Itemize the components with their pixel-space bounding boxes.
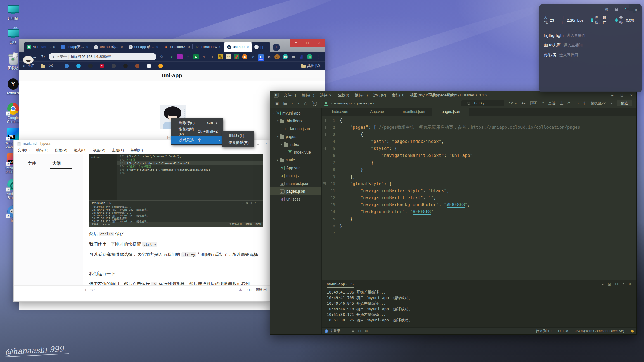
maximize-button[interactable]: □	[302, 39, 313, 47]
select-all-button[interactable]: 全选	[548, 101, 555, 106]
tree-item-index[interactable]: ▾index	[270, 140, 321, 148]
encoding[interactable]: UTF-8	[558, 329, 568, 333]
sidebar-collapse-icon[interactable]: ‹	[85, 288, 86, 292]
console-action-icon[interactable]: ▣	[608, 282, 611, 286]
green-c-extension-icon[interactable]: C	[193, 54, 199, 59]
trident-extension-icon[interactable]: Ψ	[202, 54, 207, 59]
green-box-extension-icon[interactable]: ▞	[234, 54, 239, 59]
typora-menu-item[interactable]: 编辑(E)	[36, 148, 48, 153]
source-code-mode-icon[interactable]: </>	[90, 288, 95, 291]
black-cat-favicon[interactable]	[123, 64, 128, 68]
console-action-icon[interactable]: ⊡	[615, 282, 618, 286]
context-submenu-item[interactable]: 恢复撤销(R)	[222, 139, 254, 146]
document-paragraph[interactable]: 然后 ctrl+s 保存	[89, 231, 265, 237]
cursor-position[interactable]: 行:8 列:10	[536, 329, 551, 334]
fold-marker[interactable]: −	[322, 145, 326, 152]
laptop-extension-icon[interactable]: ▭	[291, 54, 296, 59]
tab-close-icon[interactable]: ×	[219, 45, 222, 49]
context-submenu-item[interactable]: 删除行(L)	[222, 132, 254, 139]
typora-menu-item[interactable]: 段落(P)	[55, 148, 67, 153]
run-icon[interactable]: ▶	[312, 101, 317, 106]
hbuilderx-menu-item[interactable]: 编辑(E)	[299, 93, 317, 98]
cat-box-extension-icon[interactable]: ▚	[218, 54, 223, 59]
hbuilderx-menu-item[interactable]: 跳转(G)	[352, 93, 371, 98]
fold-marker[interactable]: −	[322, 131, 326, 138]
login-status[interactable]: 未登录	[330, 329, 340, 334]
sidebar-tab-files[interactable]: 文件	[28, 161, 36, 166]
browser-tab[interactable]: DHBuilderX×	[193, 42, 224, 52]
fold-marker[interactable]	[322, 159, 326, 166]
other-bookmarks-folder-icon[interactable]	[301, 65, 306, 68]
regex-toggle[interactable]: .*	[541, 101, 544, 105]
unlock-icon[interactable]	[615, 9, 618, 11]
typora-document[interactable]: uni.scss 171{"key":"ctrl+z","command":"u…	[83, 154, 271, 294]
paw-favicon[interactable]	[65, 64, 69, 68]
breadcrumb-project[interactable]: myuni-app	[334, 101, 352, 105]
find-next-button[interactable]: 下一个	[575, 101, 586, 106]
fold-marker[interactable]	[322, 216, 326, 223]
document-paragraph[interactable]: 可以看到弹窗供你选择，这个地方是因为我们的 ctrl+y 与删除行重复了，所以需…	[89, 251, 265, 258]
editor-tab-index.vue[interactable]: index.vue	[322, 108, 359, 116]
enter-room-link[interactable]: 进入直播间	[567, 33, 586, 38]
account-icon[interactable]: i	[325, 329, 328, 333]
minimize-button[interactable]: −	[611, 93, 613, 97]
tab-close-icon[interactable]: ×	[86, 45, 89, 49]
enter-room-link[interactable]: 进入直播间	[559, 53, 578, 58]
vue-blue-extension-icon[interactable]: V	[250, 54, 255, 59]
avatar-extension-icon[interactable]: c	[307, 54, 312, 59]
hbuilderx-menu-item[interactable]: 查找(I)	[335, 93, 352, 98]
tv-new-extension-icon[interactable]: ▸New	[258, 54, 264, 59]
typora-menu-item[interactable]: 主题(T)	[112, 148, 124, 153]
statusbar-icon[interactable]: ⊡	[358, 329, 361, 333]
editor-tab-manifest.json[interactable]: manifest.json	[396, 108, 432, 116]
editor-tab-pages.json[interactable]: pages.json	[432, 108, 469, 116]
fold-marker[interactable]	[322, 201, 326, 208]
tree-caret-icon[interactable]: ▾	[280, 143, 284, 146]
browser-tab[interactable]: ✑uni-app 动…×	[126, 42, 161, 52]
save-icon[interactable]: ▤	[283, 101, 287, 106]
desktop-icon-pc[interactable]: 此电脑	[2, 3, 24, 20]
pen-en-extension-icon[interactable]: en	[266, 54, 272, 59]
sidebar-tab-outline[interactable]: 大纲	[52, 161, 61, 166]
tree-item-launch-json[interactable]: [ ]launch.json	[270, 125, 321, 133]
tab-close-icon[interactable]: ×	[120, 45, 124, 49]
whole-word-toggle[interactable]: Abl	[530, 101, 537, 105]
browser-tab[interactable]: uniapp更…×	[58, 42, 91, 52]
apps-grid-icon[interactable]: ⠿	[23, 64, 26, 68]
code-editor[interactable]: −1{−2 "pages": [ //pages数组中第一项表示应用启动页，参考…	[322, 116, 636, 280]
context-menu-item[interactable]: 删除行(L)Ctrl+Y	[171, 118, 223, 127]
apps-label[interactable]: 应用	[28, 64, 35, 68]
typora-menu-item[interactable]: 文件(F)	[18, 148, 30, 153]
replace-expand-button[interactable]: 替换区<<	[591, 101, 606, 106]
tree-item-index-vue[interactable]: Vindex.vue	[270, 148, 321, 156]
context-menu-item[interactable]: 以后只选一个›	[171, 136, 223, 144]
fold-marker[interactable]	[322, 138, 326, 145]
window-extension-icon[interactable]: ▫	[185, 54, 191, 59]
tree-caret-icon[interactable]: ▾	[272, 112, 276, 115]
favorite-star-icon[interactable]: ☆	[304, 101, 307, 106]
fold-marker[interactable]	[322, 208, 326, 215]
find-input[interactable]: ≡ ctrl+y	[461, 100, 504, 106]
fold-marker[interactable]	[322, 230, 326, 237]
bookmarks-folder-icon[interactable]	[41, 65, 45, 68]
settings-gear-icon[interactable]: ⚙	[605, 7, 609, 12]
browser-tab[interactable]: DHBuilderX×	[161, 42, 193, 52]
find-previous-button[interactable]: 上一个	[560, 101, 571, 106]
fold-marker[interactable]	[322, 166, 326, 173]
tree-item-myuni-app[interactable]: ▾Umyuni-app	[270, 109, 321, 117]
nav-back-icon[interactable]: ‹	[292, 101, 293, 106]
typora-menu-item[interactable]: 格式(O)	[74, 148, 86, 153]
puzzle-extension-icon[interactable]: ▟	[299, 54, 304, 59]
tab-close-icon[interactable]: ×	[53, 45, 56, 49]
close-button[interactable]: ×	[313, 39, 325, 47]
tree-item--hbuilderx[interactable]: ▾.hbuilderx	[270, 117, 321, 125]
console-action-icon[interactable]: ▸	[602, 282, 604, 286]
browser-tab[interactable]: ··[ ]×	[252, 42, 270, 52]
tab-close-icon[interactable]: ×	[187, 45, 191, 49]
tree-caret-icon[interactable]: ▾	[276, 120, 280, 122]
statusbar-icon[interactable]: ⊛	[365, 329, 368, 333]
tab-close-icon[interactable]: ×	[246, 45, 250, 49]
breadcrumb-file[interactable]: pages.json	[357, 101, 375, 105]
document-paragraph[interactable]: 我们使用一下刚才的快捷键 ctrl+y	[89, 241, 265, 247]
typora-menu-item[interactable]: 帮助(H)	[131, 148, 143, 153]
